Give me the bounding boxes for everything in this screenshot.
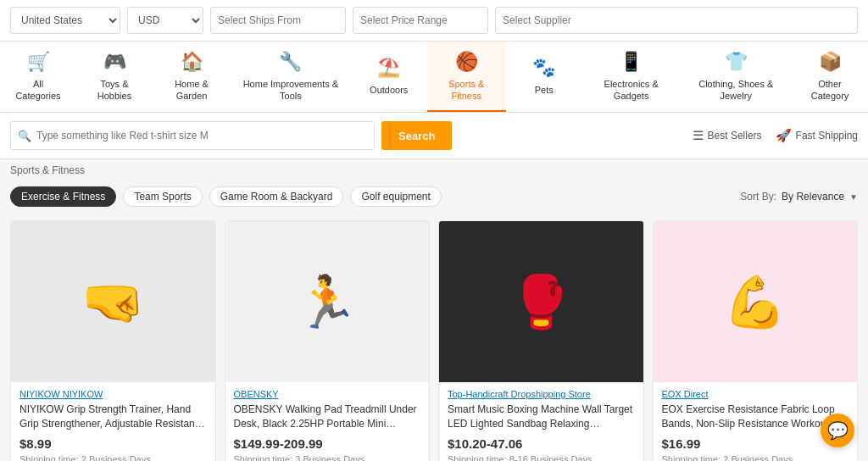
- filter-tab-exercise[interactable]: Exercise & Fitness: [10, 186, 116, 207]
- product-image-p2: 🏃: [225, 221, 430, 382]
- category-item-pets[interactable]: 🐾Pets: [506, 42, 582, 112]
- shipping-time-p1: Shipping time: 2 Business Days: [19, 454, 207, 461]
- category-label-toys: Toys & Hobbies: [88, 78, 141, 103]
- category-icon-sports: 🏀: [455, 50, 478, 75]
- category-label-home: Home & Garden: [164, 78, 219, 103]
- top-bar: United States USD: [0, 0, 868, 42]
- breadcrumb: Sports & Fitness: [0, 159, 868, 181]
- country-select[interactable]: United States: [10, 7, 120, 34]
- category-icon-other: 📦: [819, 50, 842, 75]
- category-label-tools: Home Improvements & Tools: [242, 78, 339, 103]
- ships-from-input[interactable]: [210, 7, 346, 34]
- category-label-electronics: Electronics & Gadgets: [594, 78, 669, 103]
- sort-by-value: By Relevance: [782, 191, 844, 203]
- shipping-time-p3: Shipping time: 8-16 Business Days: [448, 454, 635, 461]
- product-image-p1: 🤜: [11, 221, 215, 382]
- filter-tab-gameroom[interactable]: Game Room & Backyard: [209, 186, 344, 207]
- category-item-outdoors[interactable]: ⛱️Outdoors: [351, 42, 427, 112]
- sort-option-best-sellers[interactable]: ☰Best Sellers: [693, 128, 762, 143]
- product-price-p4: $16.99: [662, 436, 849, 451]
- chat-bubble[interactable]: 💬: [821, 414, 854, 447]
- supplier-input[interactable]: [495, 7, 858, 34]
- search-input-wrap: 🔍: [10, 121, 375, 150]
- product-card-p1[interactable]: 🤜 NIYIKOW NIYIKOW NIYIKOW Grip Strength …: [10, 220, 216, 461]
- category-item-electronics[interactable]: 📱Electronics & Gadgets: [582, 42, 681, 112]
- sort-by-wrap: Sort By:By Relevance▼: [740, 191, 858, 203]
- sort-by-label: Sort By:: [740, 191, 776, 203]
- category-label-outdoors: Outdoors: [370, 84, 408, 96]
- product-card-p2[interactable]: 🏃 OBENSKY OBENSKY Walking Pad Treadmill …: [225, 220, 431, 461]
- product-title-p2: OBENSKY Walking Pad Treadmill Under Desk…: [234, 403, 421, 431]
- product-price-p1: $8.99: [19, 436, 207, 451]
- product-info-p2: OBENSKY OBENSKY Walking Pad Treadmill Un…: [225, 382, 430, 461]
- filter-tab-team[interactable]: Team Sports: [123, 186, 202, 207]
- product-image-p4: 💪: [654, 221, 858, 382]
- category-item-clothing[interactable]: 👕Clothing, Shoes & Jewelry: [681, 42, 793, 112]
- fast-shipping-icon: 🚀: [776, 128, 792, 143]
- category-item-tools[interactable]: 🔧Home Improvements & Tools: [231, 42, 351, 112]
- filter-tab-golf[interactable]: Golf equipment: [350, 186, 441, 207]
- fast-shipping-label: Fast Shipping: [796, 130, 858, 142]
- shipping-time-p4: Shipping time: 2 Business Days: [662, 454, 849, 461]
- category-icon-toys: 🎮: [103, 50, 126, 75]
- category-label-all: All Categories: [12, 78, 64, 103]
- search-button[interactable]: Search: [381, 121, 452, 150]
- store-name-p4[interactable]: EOX Direct: [662, 389, 849, 399]
- search-input[interactable]: [36, 130, 367, 142]
- store-name-p1[interactable]: NIYIKOW NIYIKOW: [19, 389, 207, 399]
- currency-select[interactable]: USD: [127, 7, 203, 34]
- category-icon-electronics: 📱: [620, 50, 643, 75]
- sort-option-fast-shipping[interactable]: 🚀Fast Shipping: [776, 128, 858, 143]
- search-icon: 🔍: [18, 130, 31, 142]
- product-price-p3: $10.20-47.06: [448, 436, 635, 451]
- product-grid: 🤜 NIYIKOW NIYIKOW NIYIKOW Grip Strength …: [0, 212, 868, 461]
- product-info-p3: Top-Handicraft Dropshipping Store Smart …: [439, 382, 643, 461]
- store-name-p3[interactable]: Top-Handicraft Dropshipping Store: [448, 389, 635, 399]
- store-name-p2[interactable]: OBENSKY: [234, 389, 421, 399]
- product-image-p3: 🥊: [439, 221, 643, 382]
- price-range-input[interactable]: [353, 7, 488, 34]
- category-item-all[interactable]: 🛒All Categories: [0, 42, 76, 112]
- product-info-p1: NIYIKOW NIYIKOW NIYIKOW Grip Strength Tr…: [11, 382, 215, 461]
- category-label-sports: Sports & Fitness: [439, 78, 494, 103]
- category-icon-clothing: 👕: [725, 50, 748, 75]
- category-label-pets: Pets: [535, 84, 554, 96]
- product-title-p1: NIYIKOW Grip Strength Trainer, Hand Grip…: [19, 403, 207, 431]
- product-title-p3: Smart Music Boxing Machine Wall Target L…: [448, 403, 635, 431]
- best-sellers-label: Best Sellers: [708, 130, 762, 142]
- search-right: ☰Best Sellers🚀Fast Shipping: [693, 128, 858, 143]
- category-label-clothing: Clothing, Shoes & Jewelry: [693, 78, 781, 103]
- filter-bar: Exercise & FitnessTeam SportsGame Room &…: [0, 181, 868, 212]
- category-icon-all: 🛒: [27, 50, 50, 75]
- category-icon-outdoors: ⛱️: [377, 56, 400, 81]
- sort-chevron-icon: ▼: [849, 192, 858, 202]
- product-card-p3[interactable]: 🥊 Top-Handicraft Dropshipping Store Smar…: [438, 220, 644, 461]
- category-item-home[interactable]: 🏠Home & Garden: [153, 42, 231, 112]
- category-icon-pets: 🐾: [532, 56, 555, 81]
- product-price-p2: $149.99-209.99: [234, 436, 421, 451]
- category-icon-tools: 🔧: [279, 50, 302, 75]
- search-bar: 🔍 Search ☰Best Sellers🚀Fast Shipping: [0, 113, 868, 159]
- shipping-time-p2: Shipping time: 3 Business Days: [234, 454, 421, 461]
- category-item-other[interactable]: 📦Other Category: [792, 42, 868, 112]
- category-label-other: Other Category: [804, 78, 856, 103]
- category-icon-home: 🏠: [181, 50, 203, 75]
- best-sellers-icon: ☰: [693, 128, 704, 143]
- category-item-sports[interactable]: 🏀Sports & Fitness: [427, 42, 506, 112]
- category-item-toys[interactable]: 🎮Toys & Hobbies: [76, 42, 153, 112]
- category-nav: 🛒All Categories🎮Toys & Hobbies🏠Home & Ga…: [0, 42, 868, 113]
